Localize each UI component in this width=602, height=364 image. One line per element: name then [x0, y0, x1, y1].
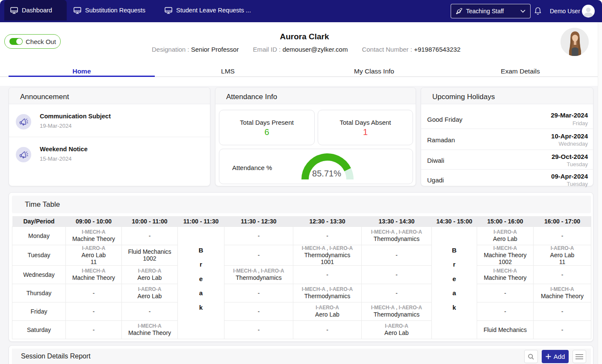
svg-text:85.71%: 85.71%: [312, 169, 341, 178]
